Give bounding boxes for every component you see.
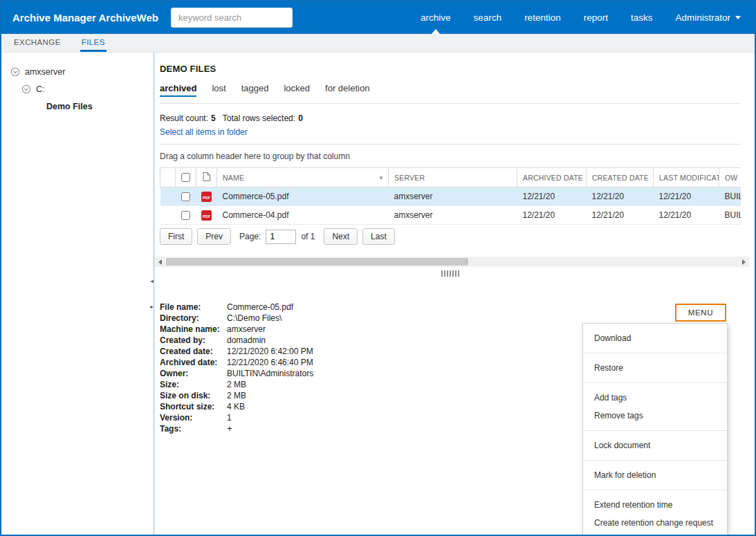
collapse-left-icon[interactable]: ◂: [150, 278, 153, 284]
pdf-file-icon: PDF: [201, 192, 212, 202]
menu-item-create-retention-change-request[interactable]: Create retention change request: [583, 514, 727, 532]
menu-group: Extend retention time Create retention c…: [583, 490, 727, 535]
nav-item-search[interactable]: search: [474, 1, 502, 34]
scrollbar-thumb[interactable]: [166, 258, 468, 266]
subtab-tagged[interactable]: tagged: [241, 83, 269, 97]
nav-item-archive[interactable]: archive: [421, 1, 451, 34]
user-menu-label: Administrator: [675, 12, 730, 23]
cell-name: Commerce-05.pdf: [217, 187, 389, 206]
user-menu[interactable]: Administrator: [675, 1, 741, 34]
column-header-name[interactable]: NAME ▼: [217, 168, 389, 187]
document-icon: [203, 174, 210, 183]
field-value: amxserver: [227, 324, 266, 335]
field-label: Machine name:: [160, 324, 227, 335]
row-gutter-header: [160, 168, 176, 187]
select-all-checkbox-header: [176, 168, 196, 187]
cell-created-date: 12/21/20: [587, 187, 654, 206]
field-value: 4 KB: [227, 401, 245, 412]
scroll-left-arrow[interactable]: [154, 257, 165, 267]
cell-archived-date: 12/21/20: [517, 187, 587, 206]
menu-item-remove-tags[interactable]: Remove tags: [583, 407, 727, 425]
select-all-checkbox[interactable]: [181, 173, 190, 182]
sidebar-tree: amxserver C: Demo Files: [1, 53, 154, 535]
field-value: 1: [227, 412, 232, 423]
prev-page-button[interactable]: Prev: [197, 228, 231, 245]
rows-selected-value: 0: [298, 113, 303, 123]
field-label: Created by:: [160, 335, 227, 346]
cell-last-modified: 12/21/20: [654, 206, 719, 225]
pdf-file-icon: PDF: [201, 210, 212, 221]
cell-server: amxserver: [389, 206, 517, 225]
add-tag-button[interactable]: +: [227, 423, 232, 434]
file-details-pane: MENU File name: Commerce-05.pdf Director…: [160, 302, 741, 434]
cell-last-modified: 12/21/20: [654, 187, 719, 206]
field-label: Owner:: [160, 368, 227, 379]
menu-group: Add tags Remove tags: [583, 383, 727, 431]
sidebar-splitter[interactable]: ◂ ▸: [149, 278, 155, 310]
row-checkbox[interactable]: [181, 211, 190, 220]
rows-selected-label: Total rows selected:: [223, 113, 295, 123]
pane-splitter[interactable]: [160, 268, 741, 278]
select-all-link[interactable]: Select all items in folder: [160, 127, 248, 137]
field-label: Directory:: [160, 313, 227, 324]
menu-group: Lock document: [583, 431, 727, 461]
menu-item-extend-retention-time[interactable]: Extend retention time: [583, 496, 727, 514]
page-title: DEMO FILES: [160, 64, 741, 74]
filetype-column-header[interactable]: [196, 168, 217, 187]
column-header-last-modified[interactable]: LAST MODIFICATI: [654, 168, 719, 187]
cell-owner: BUIL: [719, 187, 741, 206]
expand-toggle-icon[interactable]: [10, 67, 20, 77]
last-page-button[interactable]: Last: [362, 228, 395, 245]
menu-item-lock-document[interactable]: Lock document: [583, 436, 727, 454]
result-count-value: 5: [211, 113, 216, 123]
first-page-button[interactable]: First: [160, 228, 192, 245]
app-window: Archive Manager ArchiveWeb archive searc…: [0, 0, 756, 536]
menu-button[interactable]: MENU: [675, 304, 726, 322]
nav-item-retention[interactable]: retention: [524, 1, 561, 34]
column-header-owner[interactable]: OW: [719, 168, 741, 187]
search-input[interactable]: [171, 8, 293, 28]
row-checkbox-cell: [176, 187, 196, 206]
scroll-right-arrow[interactable]: [738, 257, 749, 267]
subtab-locked[interactable]: locked: [284, 83, 310, 97]
topbar: Archive Manager ArchiveWeb archive searc…: [1, 1, 755, 34]
subtab-archived[interactable]: archived: [160, 83, 196, 97]
main-panel: DEMO FILES archived lost tagged locked f…: [154, 53, 755, 535]
menu-item-add-tags[interactable]: Add tags: [583, 389, 727, 407]
tree-item-c-drive[interactable]: C:: [1, 80, 154, 98]
menu-item-restore[interactable]: Restore: [583, 359, 727, 377]
page-number-input[interactable]: [266, 230, 296, 244]
field-label: Size:: [160, 379, 227, 390]
nav-item-label: tasks: [631, 12, 653, 23]
row-filetype-cell: PDF: [196, 187, 217, 206]
tree-item-label: C:: [36, 84, 45, 94]
field-label: Size on disk:: [160, 390, 227, 401]
next-page-button[interactable]: Next: [324, 228, 358, 245]
subtab-for-deletion[interactable]: for deletion: [325, 83, 369, 97]
field-value: 2 MB: [227, 379, 246, 390]
subtab-lost[interactable]: lost: [212, 83, 225, 97]
tab-files[interactable]: FILES: [80, 34, 107, 52]
horizontal-scrollbar[interactable]: [154, 257, 749, 267]
column-header-archived-date[interactable]: ARCHIVED DATE: [517, 168, 587, 187]
column-menu-icon[interactable]: ▼: [378, 174, 384, 181]
tree-item-amxserver[interactable]: amxserver: [1, 63, 154, 80]
nav-item-report[interactable]: report: [584, 1, 608, 34]
column-header-created-date[interactable]: CREATED DATE: [587, 168, 654, 187]
cell-name: Commerce-04.pdf: [217, 206, 389, 225]
menu-item-mark-for-deletion[interactable]: Mark for deletion: [583, 466, 727, 484]
field-value: 12/21/2020 6:42:00 PM: [227, 346, 313, 357]
results-summary: Result count:5Total rows selected:0: [160, 113, 741, 123]
expand-toggle-icon[interactable]: [21, 84, 31, 94]
tab-exchange[interactable]: EXCHANGE: [12, 34, 62, 52]
nav-item-tasks[interactable]: tasks: [631, 1, 653, 34]
cell-archived-date: 12/21/20: [517, 206, 587, 225]
row-checkbox[interactable]: [181, 192, 190, 201]
column-header-server[interactable]: SERVER: [389, 168, 517, 187]
table-row[interactable]: PDF Commerce-04.pdf amxserver 12/21/20 1…: [160, 206, 741, 225]
menu-item-download[interactable]: Download: [583, 329, 727, 347]
expand-right-icon[interactable]: ▸: [150, 304, 153, 310]
view-subtabs: archived lost tagged locked for deletion: [160, 83, 741, 97]
table-row[interactable]: PDF Commerce-05.pdf amxserver 12/21/20 1…: [160, 187, 741, 206]
tree-item-demo-files[interactable]: Demo Files: [1, 98, 154, 115]
